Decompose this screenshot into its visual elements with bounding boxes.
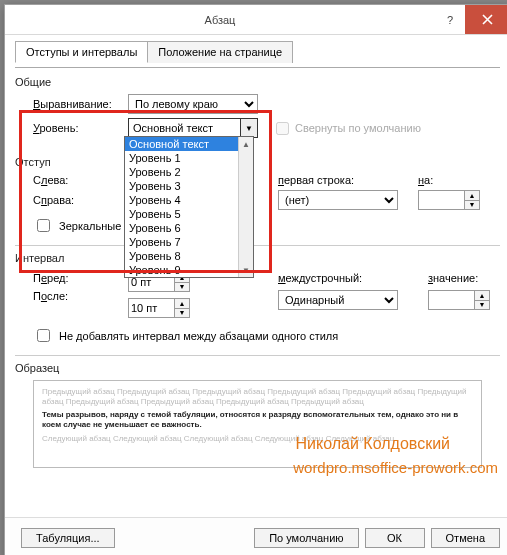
default-button[interactable]: По умолчанию bbox=[254, 528, 358, 548]
cancel-button[interactable]: Отмена bbox=[431, 528, 500, 548]
label-alignment: Выравнивание: bbox=[33, 98, 128, 110]
tab-panel: Общие Выравнивание: По левому краю Урове… bbox=[15, 67, 500, 468]
level-option[interactable]: Уровень 5 bbox=[125, 207, 253, 221]
help-button[interactable]: ? bbox=[435, 5, 465, 34]
level-option[interactable]: Уровень 1 bbox=[125, 151, 253, 165]
level-option[interactable]: Основной текст bbox=[125, 137, 253, 151]
spacing-value-input[interactable] bbox=[428, 290, 474, 310]
group-interval: Интервал bbox=[15, 252, 500, 264]
collapsed-checkbox bbox=[276, 122, 289, 135]
tab-position[interactable]: Положение на странице bbox=[147, 41, 293, 63]
label-after: После: bbox=[33, 290, 128, 302]
after-input[interactable] bbox=[128, 298, 174, 318]
label-value: значение: bbox=[428, 272, 500, 284]
preview-sample-text: Темы разрывов, наряду с темой табуляции,… bbox=[42, 410, 473, 431]
dropdown-scrollbar[interactable]: ▲▼ bbox=[238, 137, 253, 277]
label-no-add: Не добавлять интервал между абзацами одн… bbox=[59, 330, 338, 342]
preview-next-text: Следующий абзац Следующий абзац Следующи… bbox=[42, 434, 473, 444]
preview-box: Предыдущий абзац Предыдущий абзац Предыд… bbox=[33, 380, 482, 468]
level-dropdown-list[interactable]: Основной текст Уровень 1 Уровень 2 Урове… bbox=[124, 136, 254, 278]
line-spacing-select[interactable]: Одинарный bbox=[278, 290, 398, 310]
level-option[interactable]: Уровень 8 bbox=[125, 249, 253, 263]
first-line-select[interactable]: (нет) bbox=[278, 190, 398, 210]
after-spinner[interactable]: ▲▼ bbox=[174, 298, 190, 318]
label-first-line: первая строка: bbox=[278, 174, 418, 186]
ok-button[interactable]: ОК bbox=[365, 528, 425, 548]
preview-prev-text: Предыдущий абзац Предыдущий абзац Предыд… bbox=[42, 387, 473, 407]
level-option[interactable]: Уровень 3 bbox=[125, 179, 253, 193]
dialog-footer: Табуляция... По умолчанию ОК Отмена bbox=[5, 517, 507, 555]
label-line-spacing: междустрочный: bbox=[278, 272, 428, 284]
first-line-spinner[interactable]: ▲▼ bbox=[464, 190, 480, 210]
level-select[interactable]: Основной текст bbox=[128, 118, 241, 138]
level-option[interactable]: Уровень 7 bbox=[125, 235, 253, 249]
level-option[interactable]: Уровень 2 bbox=[125, 165, 253, 179]
label-left: Слева: bbox=[33, 174, 128, 186]
label-level: Уровень: bbox=[33, 122, 128, 134]
titlebar: Абзац ? bbox=[5, 5, 507, 35]
dialog-title: Абзац bbox=[5, 14, 435, 26]
label-before: Перед: bbox=[33, 272, 128, 284]
mirror-checkbox[interactable] bbox=[37, 219, 50, 232]
close-button[interactable] bbox=[465, 5, 507, 34]
label-on: на: bbox=[418, 174, 500, 186]
level-option[interactable]: Уровень 9 bbox=[125, 263, 253, 277]
alignment-select[interactable]: По левому краю bbox=[128, 94, 258, 114]
tab-indents[interactable]: Отступы и интервалы bbox=[15, 41, 148, 63]
level-select-arrow[interactable]: ▼ bbox=[241, 118, 258, 138]
spacing-value-spinner[interactable]: ▲▼ bbox=[474, 290, 490, 310]
level-option[interactable]: Уровень 6 bbox=[125, 221, 253, 235]
level-option[interactable]: Уровень 4 bbox=[125, 193, 253, 207]
group-sample: Образец bbox=[15, 362, 500, 374]
group-general: Общие bbox=[15, 76, 500, 88]
no-add-space-checkbox[interactable] bbox=[37, 329, 50, 342]
first-line-value-input[interactable] bbox=[418, 190, 464, 210]
group-indent: Отступ bbox=[15, 156, 500, 168]
dialog-window: Абзац ? Отступы и интервалы Положение на… bbox=[4, 4, 507, 555]
label-collapsed: Свернуты по умолчанию bbox=[295, 122, 421, 134]
label-right: Справа: bbox=[33, 194, 128, 206]
tabs-button[interactable]: Табуляция... bbox=[21, 528, 115, 548]
